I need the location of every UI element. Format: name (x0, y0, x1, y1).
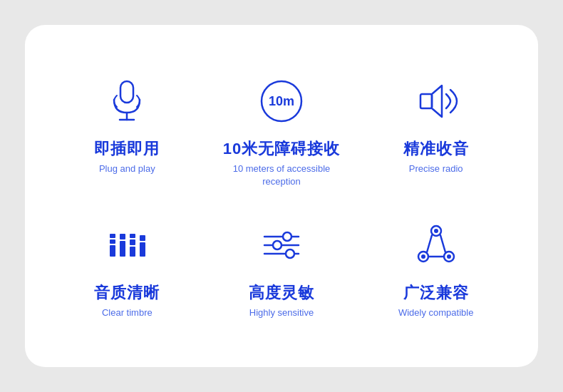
svg-point-30 (447, 254, 451, 259)
svg-point-17 (283, 232, 291, 241)
svg-rect-15 (140, 235, 145, 241)
svg-rect-6 (110, 245, 115, 257)
clear-timbre-title-en: Clear timbre (102, 306, 153, 319)
svg-text:10m: 10m (269, 94, 294, 108)
feature-clear-timbre: 音质清晰 Clear timbre (53, 210, 201, 326)
10m-title-zh: 10米无障碍接收 (223, 138, 340, 160)
svg-rect-12 (130, 239, 135, 245)
svg-rect-14 (140, 242, 145, 257)
microphone-icon (98, 73, 155, 130)
highly-sensitive-title-en: Highly sensitive (249, 306, 314, 319)
feature-highly-sensitive: 高度灵敏 Highly sensitive (208, 210, 356, 326)
highly-sensitive-title-zh: 高度灵敏 (249, 282, 314, 304)
clear-timbre-title-zh: 音质清晰 (94, 282, 160, 304)
network-icon (408, 217, 465, 274)
svg-rect-10 (120, 234, 125, 239)
feature-card: 即插即用 Plug and play 10m 10米无障碍接收 10 meter… (25, 25, 538, 367)
widely-compatible-title-en: Widely compatible (398, 306, 474, 319)
widely-compatible-title-zh: 广泛兼容 (403, 282, 469, 304)
feature-grid: 即插即用 Plug and play 10m 10米无障碍接收 10 meter… (53, 66, 510, 327)
svg-point-19 (273, 241, 282, 249)
svg-rect-11 (130, 247, 135, 257)
10m-icon: 10m (253, 73, 310, 130)
svg-point-21 (286, 249, 294, 258)
svg-point-29 (421, 254, 425, 259)
equalizer-icon (98, 217, 155, 274)
feature-precise-radio: 精准收音 Precise radio (362, 66, 510, 195)
plug-play-title-en: Plug and play (99, 163, 155, 175)
feature-10m: 10m 10米无障碍接收 10 meters of accessible rec… (208, 66, 356, 195)
precise-radio-title-zh: 精准收音 (403, 138, 469, 160)
feature-widely-compatible: 广泛兼容 Widely compatible (362, 210, 510, 326)
speaker-icon (408, 73, 465, 130)
plug-play-title-zh: 即插即用 (94, 138, 160, 160)
svg-rect-7 (110, 239, 115, 244)
svg-rect-9 (120, 241, 125, 257)
svg-line-25 (427, 235, 432, 252)
feature-plug-and-play: 即插即用 Plug and play (53, 66, 201, 195)
svg-rect-0 (120, 81, 133, 103)
precise-radio-title-en: Precise radio (409, 163, 463, 175)
svg-rect-5 (420, 94, 432, 108)
svg-rect-13 (130, 234, 135, 238)
10m-title-en: 10 meters of accessible reception (215, 163, 348, 188)
sliders-icon (253, 217, 310, 274)
svg-line-26 (440, 235, 445, 252)
svg-rect-8 (110, 234, 115, 238)
svg-point-28 (434, 229, 438, 233)
